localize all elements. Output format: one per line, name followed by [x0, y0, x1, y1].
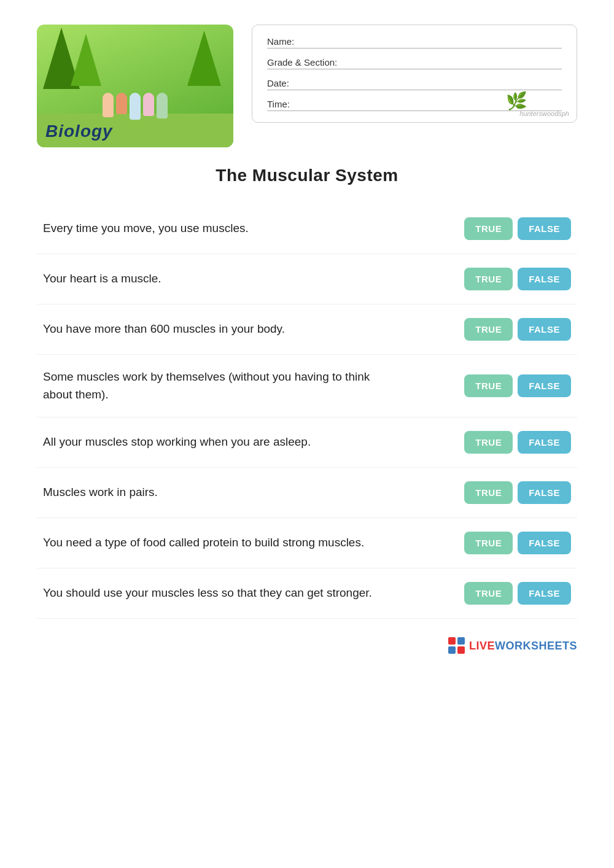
- date-line: [267, 90, 562, 90]
- question-row: Every time you move, you use muscles. TR…: [37, 204, 577, 254]
- question-text-8: You should use your muscles less so that…: [43, 584, 387, 602]
- question-row: Your heart is a muscle. TRUE FALSE: [37, 254, 577, 304]
- logo-sq-blue: [457, 637, 465, 645]
- tree-deco-3: [187, 31, 221, 86]
- tree-deco-2: [71, 34, 101, 86]
- name-line: [267, 48, 562, 48]
- question-text-6: Muscles work in pairs.: [43, 484, 387, 502]
- logo-icon-row-2: [448, 646, 465, 654]
- info-box: Name: Grade & Section: Date: Time: 🌿 hun…: [252, 25, 577, 123]
- logo-sq-red2: [457, 646, 465, 654]
- question-row: You have more than 600 muscles in your b…: [37, 304, 577, 355]
- false-button-1[interactable]: FALSE: [518, 217, 571, 240]
- questions-section: Every time you move, you use muscles. TR…: [37, 204, 577, 619]
- true-button-2[interactable]: TRUE: [464, 268, 513, 290]
- true-button-1[interactable]: TRUE: [464, 217, 513, 240]
- date-field: Date:: [267, 78, 562, 90]
- false-button-3[interactable]: FALSE: [518, 318, 571, 341]
- true-button-8[interactable]: TRUE: [464, 582, 513, 605]
- false-button-7[interactable]: FALSE: [518, 532, 571, 554]
- kid-2: [116, 93, 127, 114]
- question-text-1: Every time you move, you use muscles.: [43, 220, 387, 238]
- true-button-6[interactable]: TRUE: [464, 481, 513, 504]
- page-title: The Muscular System: [37, 166, 577, 185]
- biology-label: Biology: [45, 122, 113, 141]
- false-button-8[interactable]: FALSE: [518, 582, 571, 605]
- watermark: hunterswoodsph: [519, 110, 569, 117]
- footer-live-text: LIVE: [469, 640, 495, 652]
- question-text-7: You need a type of food called protein t…: [43, 534, 387, 552]
- btn-group-8: TRUE FALSE: [464, 582, 571, 605]
- grade-line: [267, 69, 562, 69]
- question-row: You should use your muscles less so that…: [37, 568, 577, 619]
- btn-group-1: TRUE FALSE: [464, 217, 571, 240]
- false-button-4[interactable]: FALSE: [518, 374, 571, 397]
- false-button-6[interactable]: FALSE: [518, 481, 571, 504]
- grade-label: Grade & Section:: [267, 57, 562, 68]
- false-button-5[interactable]: FALSE: [518, 431, 571, 454]
- true-button-7[interactable]: TRUE: [464, 532, 513, 554]
- btn-group-5: TRUE FALSE: [464, 431, 571, 454]
- footer-worksheets-text: WORKSHEETS: [495, 640, 577, 652]
- question-text-5: All your muscles stop working when you a…: [43, 433, 387, 451]
- logo-icon-row-1: [448, 637, 465, 645]
- header-section: Biology Name: Grade & Section: Date: Tim…: [37, 25, 577, 147]
- false-button-2[interactable]: FALSE: [518, 268, 571, 290]
- logo-sq-red: [448, 637, 456, 645]
- date-label: Date:: [267, 78, 562, 88]
- btn-group-2: TRUE FALSE: [464, 268, 571, 290]
- name-field: Name:: [267, 36, 562, 48]
- question-row: Muscles work in pairs. TRUE FALSE: [37, 468, 577, 518]
- footer: LIVEWORKSHEETS: [37, 637, 577, 654]
- kid-4: [143, 93, 154, 116]
- kid-1: [103, 93, 114, 117]
- footer-brand-text: LIVEWORKSHEETS: [469, 640, 577, 653]
- true-button-3[interactable]: TRUE: [464, 318, 513, 341]
- question-row: You need a type of food called protein t…: [37, 518, 577, 568]
- kid-3: [130, 93, 141, 120]
- plant-decoration: 🌿: [506, 91, 527, 111]
- biology-image: Biology: [37, 25, 233, 147]
- kids-deco: [103, 93, 168, 120]
- kid-5: [157, 93, 168, 118]
- name-label: Name:: [267, 36, 562, 47]
- logo-sq-blue2: [448, 646, 456, 654]
- logo-icon: [448, 637, 465, 654]
- true-button-5[interactable]: TRUE: [464, 431, 513, 454]
- liveworksheets-logo: LIVEWORKSHEETS: [448, 637, 577, 654]
- question-text-4: Some muscles work by themselves (without…: [43, 368, 387, 403]
- grade-field: Grade & Section:: [267, 57, 562, 69]
- question-text-3: You have more than 600 muscles in your b…: [43, 320, 387, 338]
- question-row: All your muscles stop working when you a…: [37, 417, 577, 468]
- true-button-4[interactable]: TRUE: [464, 374, 513, 397]
- question-row: Some muscles work by themselves (without…: [37, 355, 577, 417]
- question-text-2: Your heart is a muscle.: [43, 270, 387, 288]
- btn-group-7: TRUE FALSE: [464, 532, 571, 554]
- btn-group-6: TRUE FALSE: [464, 481, 571, 504]
- btn-group-4: TRUE FALSE: [464, 374, 571, 397]
- btn-group-3: TRUE FALSE: [464, 318, 571, 341]
